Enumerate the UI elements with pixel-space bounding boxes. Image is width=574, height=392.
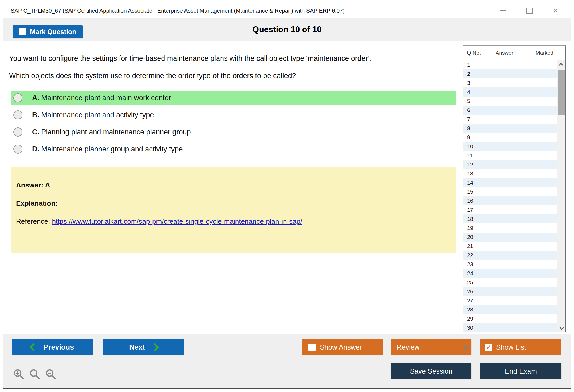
option-c[interactable]: C. Planning plant and maintenance planne… (11, 125, 456, 139)
question-list-row[interactable]: 10 (463, 142, 557, 151)
question-list-row[interactable]: 14 (463, 178, 557, 187)
question-list-row[interactable]: 24 (463, 269, 557, 278)
option-d[interactable]: D. Maintenance planner group and activit… (11, 142, 456, 156)
question-number: 8 (467, 125, 470, 131)
question-number: 28 (467, 307, 473, 313)
question-list-row[interactable]: 6 (463, 106, 557, 115)
question-list-row[interactable]: 20 (463, 233, 557, 242)
question-list-row[interactable]: 19 (463, 223, 557, 233)
question-list-row[interactable]: 18 (463, 214, 557, 223)
option-b-label: Maintenance plant and activity type (41, 111, 154, 119)
question-number: 20 (467, 234, 473, 240)
question-list-row[interactable]: 12 (463, 160, 557, 169)
question-list-row[interactable]: 26 (463, 287, 557, 296)
title-bar: SAP C_TPLM30_67 (SAP Certified Applicati… (3, 3, 571, 18)
question-list-row[interactable]: 16 (463, 196, 557, 205)
show-answer-button[interactable]: Show Answer (302, 339, 383, 355)
question-number: 2 (467, 71, 470, 77)
question-number: 17 (467, 207, 473, 213)
window-controls: ✕ (499, 3, 560, 18)
question-list-row[interactable]: 1 (463, 60, 557, 69)
end-exam-label: End Exam (505, 367, 537, 375)
question-list-row[interactable]: 21 (463, 242, 557, 251)
header-strip: Mark Question Question 10 of 10 (3, 18, 571, 41)
question-number: 14 (467, 180, 473, 186)
close-icon: ✕ (553, 7, 559, 14)
save-session-button[interactable]: Save Session (391, 363, 471, 379)
question-list-row[interactable]: 30 (463, 323, 557, 332)
question-list-row[interactable]: 5 (463, 97, 557, 106)
scroll-up-button[interactable] (557, 60, 565, 69)
question-list-scrollbar[interactable] (557, 60, 565, 332)
question-list-row[interactable]: 13 (463, 169, 557, 178)
question-number: 30 (467, 325, 473, 331)
footer-bar: Previous Next Show Answer Review ✓ Show … (3, 334, 571, 389)
previous-button[interactable]: Previous (12, 339, 93, 355)
show-list-label: Show List (496, 343, 526, 351)
question-list-row[interactable]: 9 (463, 133, 557, 142)
maximize-button[interactable] (525, 6, 534, 15)
zoom-in-icon[interactable] (13, 368, 25, 380)
question-list-row[interactable]: 2 (463, 69, 557, 78)
question-list-row[interactable]: 15 (463, 187, 557, 196)
question-list-row[interactable]: 8 (463, 124, 557, 133)
question-number: 5 (467, 98, 470, 104)
explanation-box: Answer: A Explanation: Reference: https:… (11, 167, 456, 253)
magnifier-icon[interactable] (29, 368, 41, 380)
option-b[interactable]: B. Maintenance plant and activity type (11, 108, 456, 122)
reference-prefix: Reference: (16, 217, 52, 225)
column-answer: Answer (496, 50, 513, 56)
option-c-label: Planning plant and maintenance planner g… (41, 128, 191, 136)
question-list-row[interactable]: 28 (463, 305, 557, 314)
minimize-button[interactable] (499, 6, 508, 15)
question-list-row[interactable]: 29 (463, 314, 557, 323)
scroll-down-button[interactable] (557, 323, 565, 332)
question-list-row[interactable]: 25 (463, 278, 557, 287)
previous-label: Previous (44, 343, 74, 351)
end-exam-button[interactable]: End Exam (480, 363, 561, 379)
option-b-letter: B. (32, 111, 39, 119)
review-button[interactable]: Review (391, 339, 471, 355)
chevron-left-icon (29, 343, 38, 351)
question-list-row[interactable]: 27 (463, 296, 557, 305)
answer-line: Answer: A (16, 181, 456, 189)
question-list-row[interactable]: 3 (463, 78, 557, 87)
question-list-row[interactable]: 7 (463, 115, 557, 124)
scrollbar-thumb[interactable] (558, 70, 565, 115)
question-list-row[interactable]: 4 (463, 87, 557, 97)
question-number: 12 (467, 162, 473, 168)
question-text-line2: Which objects does the system use to det… (9, 72, 296, 80)
close-button[interactable]: ✕ (551, 6, 560, 15)
question-number: 3 (467, 80, 470, 86)
zoom-out-icon[interactable] (45, 368, 57, 380)
chevron-up-icon (559, 63, 563, 67)
app-window: SAP C_TPLM30_67 (SAP Certified Applicati… (3, 3, 571, 389)
question-list-row[interactable]: 22 (463, 251, 557, 260)
question-list-row[interactable]: 17 (463, 205, 557, 214)
next-button[interactable]: Next (103, 339, 184, 355)
option-c-letter: C. (32, 128, 39, 136)
option-c-radio[interactable] (13, 127, 22, 137)
review-label: Review (397, 343, 419, 351)
question-list-row[interactable]: 11 (463, 151, 557, 160)
question-list-row[interactable]: 23 (463, 260, 557, 269)
option-b-radio[interactable] (13, 110, 22, 119)
question-text-line1: You want to configure the settings for t… (9, 54, 372, 63)
explanation-heading: Explanation: (16, 199, 456, 207)
question-number: 6 (467, 107, 470, 113)
option-d-radio[interactable] (13, 145, 22, 154)
window-title: SAP C_TPLM30_67 (SAP Certified Applicati… (11, 7, 345, 14)
show-answer-label: Show Answer (320, 343, 362, 351)
reference-link[interactable]: https://www.tutorialkart.com/sap-pm/crea… (52, 217, 302, 225)
question-number: 18 (467, 216, 473, 222)
show-list-checkbox-icon: ✓ (485, 344, 492, 351)
question-number: 9 (467, 134, 470, 141)
zoom-controls (13, 368, 57, 380)
show-list-button[interactable]: ✓ Show List (480, 339, 561, 355)
question-list-panel: Q No. Answer Marked 12345678910111213141… (463, 45, 566, 332)
show-answer-checkbox-icon (308, 344, 316, 351)
option-a[interactable]: A. Maintenance plant and main work cente… (11, 91, 456, 105)
option-a-label: Maintenance plant and main work center (41, 94, 171, 102)
option-a-radio[interactable] (13, 93, 22, 102)
question-list-body: 1234567891011121314151617181920212223242… (463, 60, 565, 332)
